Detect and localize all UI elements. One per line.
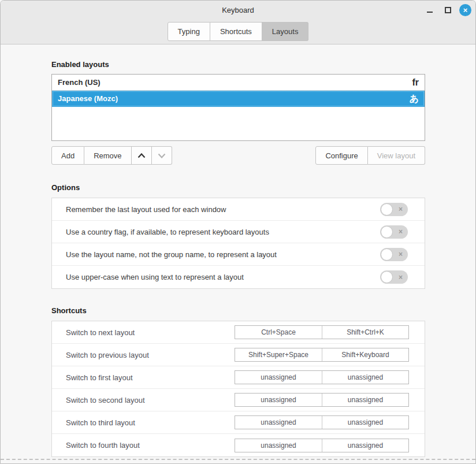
add-button-label: Add	[61, 151, 75, 160]
minimize-icon	[427, 12, 433, 13]
toggle-off-icon: ×	[399, 206, 403, 213]
chevron-down-icon	[158, 153, 166, 158]
binding-group: unassigned unassigned	[235, 393, 409, 407]
shortcut-row-first-layout: Switch to first layout unassigned unassi…	[52, 366, 425, 389]
layouts-page: Enabled layouts French (US) fr Japanese …	[1, 60, 475, 457]
shortcut-row-third-layout: Switch to third layout unassigned unassi…	[52, 411, 425, 434]
option-row-remember-layout: Remember the last layout used for each w…	[52, 198, 425, 221]
binding-cell-2[interactable]: unassigned	[322, 439, 408, 452]
toggle-knob	[381, 271, 393, 283]
remove-button-label: Remove	[94, 151, 121, 160]
add-button[interactable]: Add	[51, 146, 84, 165]
window-header: Keyboard × Typing Shortcuts Lay	[1, 1, 475, 44]
tab-bar: Typing Shortcuts Layouts	[1, 22, 475, 41]
layout-name: Japanese (Mozc)	[58, 94, 118, 103]
tab-shortcuts[interactable]: Shortcuts	[210, 22, 262, 41]
layout-edit-buttons: Add Remove	[51, 146, 172, 165]
shortcut-label: Switch to previous layout	[66, 351, 149, 359]
binding-cell-1[interactable]: Ctrl+Space	[235, 326, 322, 339]
shortcut-row-second-layout: Switch to second layout unassigned unass…	[52, 389, 425, 411]
option-label: Remember the last layout used for each w…	[66, 205, 226, 214]
binding-group: unassigned unassigned	[235, 370, 409, 384]
remove-button[interactable]: Remove	[84, 146, 131, 165]
layout-list: French (US) fr Japanese (Mozc) あ	[51, 74, 425, 141]
binding-cell-2[interactable]: Shift+Ctrl+K	[322, 326, 408, 339]
binding-cell-2[interactable]: unassigned	[322, 416, 408, 429]
close-icon: ×	[463, 6, 468, 14]
window-resize-edge[interactable]	[1, 459, 475, 460]
layout-indicator-fr: fr	[412, 78, 419, 87]
shortcut-label: Switch to first layout	[66, 373, 133, 382]
binding-cell-1[interactable]: unassigned	[235, 416, 322, 429]
minimize-button[interactable]	[423, 3, 436, 16]
layout-name: French (US)	[58, 78, 101, 87]
layout-row-french[interactable]: French (US) fr	[52, 75, 425, 91]
shortcuts-heading: Shortcuts	[51, 306, 425, 315]
chevron-up-icon	[137, 153, 146, 158]
option-row-layout-name: Use the layout name, not the group name,…	[52, 243, 425, 266]
binding-cell-2[interactable]: unassigned	[322, 394, 408, 406]
maximize-icon	[445, 7, 451, 13]
shortcut-label: Switch to next layout	[66, 328, 135, 337]
shortcut-label: Switch to fourth layout	[66, 441, 140, 450]
layout-action-buttons: Configure View layout	[315, 146, 425, 165]
binding-group: unassigned unassigned	[235, 439, 409, 452]
configure-button[interactable]: Configure	[315, 146, 367, 165]
binding-group: Shift+Super+Space Shift+Keyboard	[235, 348, 409, 362]
view-layout-button-label: View layout	[377, 151, 415, 160]
layout-row-japanese[interactable]: Japanese (Mozc) あ	[52, 91, 425, 107]
close-button[interactable]: ×	[459, 4, 471, 16]
binding-cell-2[interactable]: unassigned	[322, 371, 408, 384]
option-label: Use the layout name, not the group name,…	[66, 250, 277, 259]
shortcut-row-previous-layout: Switch to previous layout Shift+Super+Sp…	[52, 344, 425, 366]
toggle-upper-case[interactable]: ×	[380, 270, 408, 284]
toggle-remember-layout[interactable]: ×	[380, 203, 408, 216]
option-row-upper-case: Use upper-case when using text to repres…	[52, 266, 425, 288]
option-label: Use a country flag, if available, to rep…	[66, 228, 269, 236]
view-layout-button[interactable]: View layout	[368, 146, 425, 165]
options-heading: Options	[51, 183, 425, 192]
binding-cell-2[interactable]: Shift+Keyboard	[322, 348, 408, 361]
toggle-knob	[381, 226, 393, 238]
tab-layouts-label: Layouts	[272, 27, 299, 36]
options-panel: Remember the last layout used for each w…	[51, 198, 425, 289]
window-controls: ×	[423, 1, 471, 19]
maximize-button[interactable]	[441, 3, 454, 16]
binding-cell-1[interactable]: unassigned	[235, 371, 322, 384]
enabled-layouts-heading: Enabled layouts	[51, 60, 425, 69]
tab-shortcuts-label: Shortcuts	[220, 27, 252, 36]
move-up-button[interactable]	[132, 146, 152, 165]
layout-toolbar: Add Remove Config	[51, 146, 425, 165]
binding-group: unassigned unassigned	[235, 415, 409, 429]
toggle-layout-name[interactable]: ×	[380, 248, 408, 261]
binding-cell-1[interactable]: Shift+Super+Space	[235, 348, 322, 361]
tab-typing-label: Typing	[178, 27, 200, 36]
shortcut-label: Switch to third layout	[66, 418, 135, 427]
configure-button-label: Configure	[325, 151, 358, 160]
option-row-country-flag: Use a country flag, if available, to rep…	[52, 221, 425, 243]
titlebar[interactable]: Keyboard ×	[1, 1, 475, 19]
toggle-off-icon: ×	[399, 228, 403, 235]
toggle-off-icon: ×	[399, 251, 403, 258]
shortcut-row-next-layout: Switch to next layout Ctrl+Space Shift+C…	[52, 321, 425, 344]
option-label: Use upper-case when using text to repres…	[66, 273, 244, 281]
binding-group: Ctrl+Space Shift+Ctrl+K	[235, 325, 409, 339]
binding-cell-1[interactable]: unassigned	[235, 394, 322, 406]
shortcut-row-fourth-layout: Switch to fourth layout unassigned unass…	[52, 434, 425, 456]
layout-indicator-ja: あ	[410, 94, 419, 103]
move-down-button[interactable]	[152, 146, 172, 165]
toggle-knob	[381, 203, 393, 216]
toggle-country-flag[interactable]: ×	[380, 225, 408, 239]
toggle-knob	[381, 248, 393, 261]
keyboard-settings-window: Keyboard × Typing Shortcuts Lay	[0, 0, 476, 464]
shortcuts-panel: Switch to next layout Ctrl+Space Shift+C…	[51, 321, 425, 457]
binding-cell-1[interactable]: unassigned	[235, 439, 322, 452]
tab-typing[interactable]: Typing	[168, 22, 210, 41]
shortcut-label: Switch to second layout	[66, 396, 145, 404]
tab-layouts[interactable]: Layouts	[262, 22, 309, 41]
toggle-off-icon: ×	[399, 274, 403, 281]
window-title: Keyboard	[222, 6, 254, 14]
